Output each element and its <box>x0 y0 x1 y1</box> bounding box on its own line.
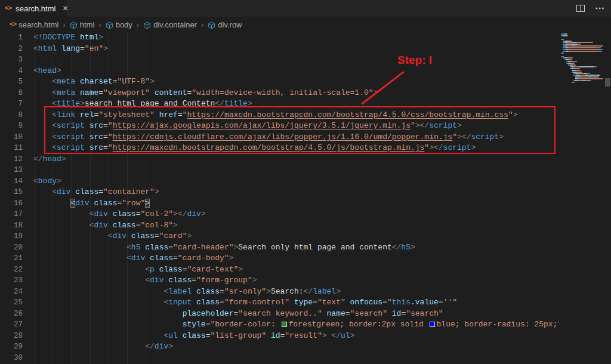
line-content: <body> <box>23 176 61 187</box>
breadcrumb-item-search-html[interactable]: <>search.html <box>10 20 58 29</box>
line-content: <script src="https://ajax.googleapis.com… <box>23 121 462 132</box>
breadcrumb-item-div-container[interactable]: div.container <box>143 20 197 29</box>
line-number: 1 <box>0 32 23 44</box>
line-number: 9 <box>0 121 23 132</box>
minimap-line <box>561 64 603 66</box>
scrollbar-thumb[interactable] <box>605 78 610 87</box>
line-content: <input class="form-control" type="text" … <box>23 297 457 309</box>
minimap-line <box>561 42 603 43</box>
line-content: <label class="sr-only">Search:</label> <box>23 286 341 298</box>
code-line-11[interactable]: 11<script src="https://maxcdn.bootstrapc… <box>0 143 611 154</box>
code-line-9[interactable]: 9<script src="https://ajax.googleapis.co… <box>0 121 611 132</box>
code-line-27[interactable]: 27style="border-color: forestgreen; bord… <box>0 319 611 331</box>
tab-search-html[interactable]: <> search.html ✕ <box>0 0 67 17</box>
minimap-line <box>561 80 603 81</box>
minimap-line <box>561 41 603 42</box>
code-line-7[interactable]: 7<title>search html page and Contetn</ti… <box>0 98 611 110</box>
breadcrumb-separator: › <box>201 20 203 29</box>
line-number: 13 <box>0 165 23 176</box>
code-line-18[interactable]: 18<div class="col-8"> <box>0 220 611 232</box>
breadcrumb: <>search.html›html›body›div.container›di… <box>0 17 611 32</box>
code-line-10[interactable]: 10<script src="https://cdnjs.cloudflare.… <box>0 132 611 143</box>
line-number: 23 <box>0 275 23 286</box>
minimap-line <box>561 45 603 47</box>
line-number: 24 <box>0 286 23 298</box>
breadcrumb-item-body[interactable]: body <box>106 20 132 29</box>
code-line-28[interactable]: 28<ul class="list-group" id="result"> </… <box>0 331 611 342</box>
minimap-line <box>561 66 603 67</box>
code-line-5[interactable]: 5<meta charset="UTF-8"> <box>0 76 611 88</box>
element-icon <box>70 21 78 29</box>
minimap-line <box>561 51 603 52</box>
code-line-20[interactable]: 20<h5 class="card-header">Search only ht… <box>0 242 611 254</box>
line-content <box>23 353 33 364</box>
breadcrumb-separator: › <box>63 20 65 29</box>
code-line-8[interactable]: 8<link rel="stylesheet" href="https://ma… <box>0 110 611 121</box>
line-number: 3 <box>0 54 23 66</box>
minimap-line <box>561 35 603 36</box>
line-number: 18 <box>0 220 23 232</box>
code-line-14[interactable]: 14<body> <box>0 176 611 187</box>
code-line-16[interactable]: 16<div class="row"> <box>0 198 611 209</box>
code-line-24[interactable]: 24<label class="sr-only">Search:</label> <box>0 286 611 298</box>
line-number: 27 <box>0 319 23 331</box>
line-number: 29 <box>0 341 23 353</box>
code-line-26[interactable]: 26placeholder="search keyword.." name="s… <box>0 309 611 320</box>
code-line-15[interactable]: 15<div class="container"> <box>0 187 611 198</box>
minimap-line <box>561 70 603 71</box>
line-number: 19 <box>0 231 23 242</box>
breadcrumb-item-div-row[interactable]: div.row <box>208 20 242 29</box>
code-line-30[interactable]: 30 <box>0 353 611 364</box>
code-line-6[interactable]: 6<meta name="viewport" content="width=de… <box>0 88 611 99</box>
editor[interactable]: 1<!DOCTYPE html>2<html lang="en">34<head… <box>0 32 611 364</box>
code-line-21[interactable]: 21<div class="card-body"> <box>0 253 611 264</box>
breadcrumb-item-html[interactable]: html <box>70 20 95 29</box>
line-content: placeholder="search keyword.." name="sea… <box>23 309 443 320</box>
code-line-13[interactable]: 13 <box>0 165 611 176</box>
code-line-25[interactable]: 25<input class="form-control" type="text… <box>0 297 611 309</box>
line-content: <div class="form-group"> <box>23 275 257 286</box>
line-number: 2 <box>0 44 23 55</box>
line-content: style="border-color: forestgreen; border… <box>23 319 581 331</box>
element-icon <box>106 21 113 29</box>
minimap-line <box>561 44 603 45</box>
line-number: 25 <box>0 297 23 309</box>
code-line-22[interactable]: 22<p class="card-text"> <box>0 264 611 276</box>
line-number: 5 <box>0 76 23 88</box>
code-line-1[interactable]: 1<!DOCTYPE html> <box>0 32 611 44</box>
line-content: <h5 class="card-header">Search only html… <box>23 242 415 254</box>
line-content: <meta charset="UTF-8"> <box>23 76 155 88</box>
more-actions-icon[interactable]: ⋯ <box>595 5 605 11</box>
code-line-12[interactable]: 12</head> <box>0 154 611 165</box>
scrollbar[interactable] <box>603 32 611 364</box>
line-content: <script src="https://maxcdn.bootstrapcdn… <box>23 143 476 154</box>
line-number: 20 <box>0 242 23 254</box>
line-content: <div class="container"> <box>23 187 159 198</box>
line-content: </div> <box>23 341 173 353</box>
line-content: <div class="card"> <box>23 231 192 242</box>
color-swatch-blue[interactable] <box>430 322 435 327</box>
code-line-29[interactable]: 29</div> <box>0 341 611 353</box>
breadcrumb-label: div.container <box>153 20 197 29</box>
line-number: 16 <box>0 198 23 209</box>
minimap[interactable] <box>559 32 603 364</box>
line-number: 14 <box>0 176 23 187</box>
code-line-3[interactable]: 3 <box>0 54 611 66</box>
split-editor-icon[interactable] <box>576 4 585 13</box>
line-content: <div class="row"> <box>23 198 150 209</box>
line-number: 21 <box>0 253 23 264</box>
code-line-4[interactable]: 4<head> <box>0 66 611 77</box>
code-line-23[interactable]: 23<div class="form-group"> <box>0 275 611 286</box>
code-line-2[interactable]: 2<html lang="en"> <box>0 44 611 55</box>
line-content: <ul class="list-group" id="result"> </ul… <box>23 331 354 342</box>
color-swatch-forestgreen[interactable] <box>282 322 287 327</box>
minimap-line <box>561 76 603 78</box>
code-line-17[interactable]: 17<div class="col-2"></div> <box>0 209 611 220</box>
code-line-19[interactable]: 19<div class="card"> <box>0 231 611 242</box>
close-icon[interactable]: ✕ <box>62 4 68 13</box>
line-content: <meta name="viewport" content="width=dev… <box>23 88 378 99</box>
minimap-line <box>561 37 603 38</box>
line-number: 12 <box>0 154 23 165</box>
breadcrumb-label: body <box>116 20 132 29</box>
editor-actions: ⋯ <box>576 0 605 17</box>
